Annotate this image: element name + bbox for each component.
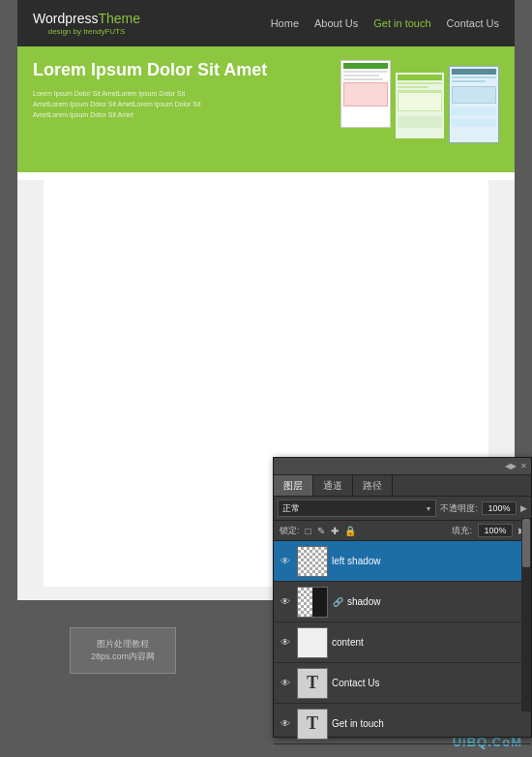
ps-layer-thumb-3: T [297, 668, 328, 699]
ps-fill-value[interactable]: 100% [478, 524, 513, 537]
nav-about[interactable]: About Us [314, 17, 358, 29]
ps-blend-row: 正常 ▼ 不透明度: 100% ▶ [274, 497, 531, 521]
webpage-hero: Lorem Ipsum Dolor Sit Amet Lorem Ipsum D… [17, 46, 515, 172]
hero-body: Lorem Ipsum Dolor Sit AmetLorem Ipsum Do… [33, 88, 331, 121]
webpage-header: WordpressTheme design by trendyFUTS Home… [17, 0, 515, 46]
watermark-box: 图片处理教程 28ps.com内容网 [70, 627, 176, 674]
ps-lock-move-icon[interactable]: ✚ [331, 526, 339, 536]
ps-layer-eye-icon-2[interactable]: 👁 [278, 635, 293, 651]
hero-screenshots [340, 60, 499, 159]
ps-layer-eye-icon-4[interactable]: 👁 [278, 716, 293, 732]
ps-layer-row-left-shadow[interactable]: 👁 left shadow [274, 541, 531, 582]
hero-title: Lorem Ipsum Dolor Sit Amet [33, 60, 331, 80]
ps-layer-row-get-in-touch[interactable]: 👁 T Get in touch [274, 704, 531, 744]
logo-subtitle: design by trendyFUTS [33, 27, 140, 37]
ps-tab-layers[interactable]: 图层 [274, 475, 313, 496]
ps-opacity-value[interactable]: 100% [482, 501, 517, 515]
watermark-line1: 图片处理教程 [97, 638, 149, 651]
ps-panel-tabs: 图层 通道 路径 [274, 475, 531, 497]
ps-blend-arrow-icon: ▼ [426, 505, 432, 512]
ps-layers-panel: ◀▶ ✕ 图层 通道 路径 正常 ▼ 不透明度: 100% ▶ 锁定: □ ✎ … [273, 457, 532, 738]
ps-layer-link-icon-1: 🔗 [332, 596, 343, 608]
ps-layer-name-1: shadow [347, 596, 527, 607]
ps-layer-eye-icon-0[interactable]: 👁 [278, 554, 293, 569]
ps-layer-thumb-1 [297, 587, 328, 618]
ps-layer-name-3: Contact Us [332, 678, 527, 688]
ps-blend-mode-value: 正常 [282, 502, 300, 515]
ps-opacity-arrow-icon[interactable]: ▶ [520, 503, 527, 513]
ps-layer-row-content[interactable]: 👁 content [274, 622, 531, 663]
ps-blend-mode-select[interactable]: 正常 ▼ [278, 500, 436, 517]
ps-layer-thumb-4: T [297, 709, 328, 740]
ps-layer-eye-icon-1[interactable]: 👁 [278, 594, 293, 610]
ps-collapse-icon[interactable]: ◀▶ [505, 462, 517, 470]
ps-lock-label: 锁定: [280, 525, 300, 537]
nav-get-in-touch[interactable]: Get in touch [373, 17, 430, 29]
nav-home[interactable]: Home [271, 17, 299, 29]
ps-lock-row: 锁定: □ ✎ ✚ 🔒 填充: 100% ▶ [274, 521, 531, 541]
ps-layer-name-2: content [332, 637, 527, 648]
screenshot-3 [449, 66, 499, 143]
logo-wordpress: Wordpress [33, 11, 98, 26]
ps-layer-eye-icon-3[interactable]: 👁 [278, 676, 293, 691]
left-sidebar [0, 0, 17, 600]
ps-lock-checkbox-icon[interactable]: □ [306, 526, 311, 536]
screenshot-1 [340, 60, 391, 128]
ps-layer-thumb-2 [297, 627, 328, 658]
ps-close-icon[interactable]: ✕ [520, 462, 527, 470]
webpage-logo: WordpressTheme design by trendyFUTS [33, 11, 140, 36]
watermark-line2: 28ps.com内容网 [91, 651, 155, 663]
ps-fill-label: 填充: [452, 525, 472, 537]
ps-layer-row-shadow[interactable]: 👁 🔗 shadow [274, 582, 531, 622]
ps-layer-row-contact-us[interactable]: 👁 T Contact Us [274, 663, 531, 704]
ps-scrollbar-thumb [522, 519, 530, 567]
screenshot-2 [395, 72, 445, 139]
ps-titlebar-icons: ◀▶ ✕ [505, 462, 527, 470]
ps-tab-paths[interactable]: 路径 [353, 475, 393, 496]
ps-layer-name-4: Get in touch [332, 718, 527, 729]
ps-layer-name-0: left shadow [332, 556, 527, 566]
ps-layer-thumb-0 [297, 546, 328, 577]
logo-theme: Theme [98, 11, 140, 26]
webpage-nav: Home About Us Get in touch Contact Us [271, 17, 499, 29]
ps-scrollbar[interactable] [521, 518, 531, 712]
ps-opacity-label: 不透明度: [440, 502, 478, 515]
ps-layer-list: 👁 left shadow 👁 🔗 shadow 👁 content [274, 541, 531, 744]
ps-panel-titlebar: ◀▶ ✕ [274, 458, 531, 475]
nav-contact-us[interactable]: Contact Us [447, 17, 499, 29]
ps-lock-brush-icon[interactable]: ✎ [317, 526, 325, 536]
ps-tab-channels[interactable]: 通道 [313, 475, 353, 496]
hero-text: Lorem Ipsum Dolor Sit Amet Lorem Ipsum D… [33, 60, 340, 159]
ps-lock-all-icon[interactable]: 🔒 [344, 526, 356, 536]
